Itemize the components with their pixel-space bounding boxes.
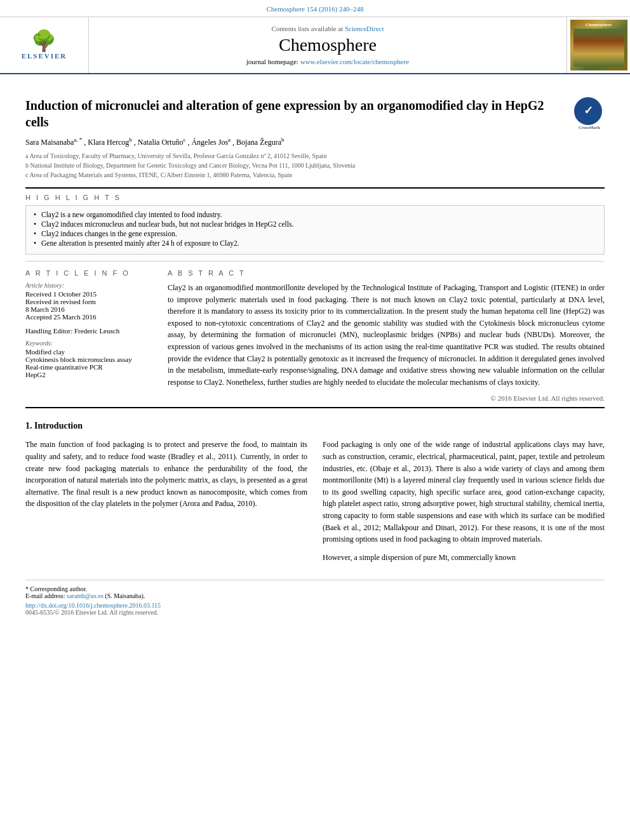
journal-homepage: journal homepage: www.elsevier.com/locat… [246, 58, 409, 65]
article-title-text: Induction of micronuclei and alteration … [25, 98, 544, 129]
highlights-section: H I G H L I G H T S Clay2 is a new organ… [25, 194, 605, 255]
homepage-link[interactable]: www.elsevier.com/locate/chemosphere [300, 58, 410, 65]
author5-sup: b [281, 137, 285, 143]
keywords-label: Keywords: [25, 340, 152, 347]
footnote-section: * Corresponding author. E-mail address: … [25, 580, 605, 616]
keyword-4: HepG2 [25, 371, 152, 378]
cover-journal-title: Chemosphere [586, 22, 612, 27]
keywords-section: Keywords: Modified clay Cytokinesis bloc… [25, 340, 152, 378]
homepage-label: journal homepage: [246, 58, 298, 65]
article-history-group: Article history: Received 1 October 2015… [25, 282, 152, 321]
divider-bottom [25, 407, 605, 408]
journal-cover-image: Chemosphere [570, 20, 627, 70]
affiliation-b: b National Institute of Biology, Departm… [25, 161, 605, 170]
intro-body-columns: The main function of food packaging is t… [25, 439, 605, 570]
keyword-1: Modified clay [25, 348, 152, 356]
article-info-col: A R T I C L E I N F O Article history: R… [25, 269, 152, 402]
keyword-2: Cytokinesis block micronucleus assay [25, 356, 152, 363]
highlights-title: H I G H L I G H T S [25, 194, 605, 201]
revised-label: Received in revised form [25, 298, 152, 305]
author1-name: Sara Maisanaba [25, 138, 74, 147]
intro-para3: However, a simple dispersion of pure Mt,… [323, 552, 605, 564]
divider-top [25, 187, 605, 189]
email-line: E-mail address: saramh@us.es (S. Maisana… [25, 592, 605, 599]
intro-heading: 1. Introduction [25, 421, 605, 431]
author1-sup: a, * [74, 137, 82, 143]
abstract-label: A B S T R A C T [168, 269, 605, 277]
issn-line: 0045-6535/© 2016 Elsevier Ltd. All right… [25, 609, 605, 616]
handling-editor: Handling Editor: Frederic Leusch [25, 327, 152, 335]
copyright-line: © 2016 Elsevier Ltd. All rights reserved… [168, 394, 605, 402]
journal-reference-bar: Chemosphere 154 (2016) 240–248 [0, 0, 630, 17]
author3-sup: c [183, 137, 185, 143]
elsevier-wordmark: ELSEVIER [22, 52, 67, 60]
doi-link[interactable]: http://dx.doi.org/10.1016/j.chemosphere.… [25, 602, 161, 609]
divider-highlights [25, 261, 605, 262]
abstract-col: A B S T R A C T Clay2 is an organomodifi… [168, 269, 605, 402]
intro-para2: Food packaging is only one of the wide r… [323, 439, 605, 545]
email-label: E-mail address: [25, 592, 65, 599]
highlight-item-4: Gene alteration is presented mainly afte… [34, 239, 596, 247]
author4-sup: a [228, 137, 231, 143]
highlight-item-2: Clay2 induces micronucleus and nuclear b… [34, 220, 596, 228]
article-info-abstract-row: A R T I C L E I N F O Article history: R… [25, 269, 605, 402]
author2-name: , Klara Hercog [84, 138, 129, 147]
main-content: Induction of micronuclei and alteration … [0, 74, 630, 629]
intro-section-title: Introduction [34, 421, 83, 430]
article-info-label: A R T I C L E I N F O [25, 269, 152, 277]
intro-left-col: The main function of food packaging is t… [25, 439, 307, 570]
journal-title: Chemosphere [279, 35, 377, 55]
author2-sup: b [129, 137, 132, 143]
author3-name: , Natalia Ortuño [134, 138, 184, 147]
author5-name: , Bojana Žegura [232, 138, 281, 147]
accepted-date: Accepted 25 March 2016 [25, 313, 152, 321]
keyword-3: Real-time quantitative PCR [25, 363, 152, 371]
highlight-item-1: Clay2 is a new organomodified clay inten… [34, 211, 596, 218]
crossmark-badge[interactable]: ✓ CrossMark [574, 97, 605, 128]
affiliations: a Area of Toxicology, Faculty of Pharmac… [25, 151, 605, 180]
article-title-container: Induction of micronuclei and alteration … [25, 97, 605, 130]
journal-cover-container: Chemosphere [566, 17, 630, 73]
intro-section-num: 1. [25, 421, 32, 430]
sciencedirect-link[interactable]: ScienceDirect [345, 25, 384, 32]
authors-line: Sara Maisanabaa, * , Klara Hercogb , Nat… [25, 137, 605, 147]
crossmark-label: CrossMark [574, 125, 605, 131]
highlights-box: Clay2 is a new organomodified clay inten… [25, 205, 605, 255]
revised-date: 8 March 2016 [25, 305, 152, 313]
cover-image [573, 29, 624, 67]
introduction-section: 1. Introduction The main function of foo… [25, 421, 605, 570]
affiliation-a: a Area of Toxicology, Faculty of Pharmac… [25, 151, 605, 161]
email-suffix: (S. Maisanaba). [105, 592, 145, 599]
doi-line[interactable]: http://dx.doi.org/10.1016/j.chemosphere.… [25, 602, 605, 609]
affiliation-c: c Area of Packaging Materials and System… [25, 170, 605, 180]
intro-right-col: Food packaging is only one of the wide r… [323, 439, 605, 570]
abstract-text: Clay2 is an organomodified montmorilloni… [168, 282, 605, 388]
journal-info-center: Contents lists available at ScienceDirec… [89, 17, 566, 73]
crossmark-icon: ✓ [574, 97, 602, 125]
author4-name: , Ángeles Jos [187, 138, 228, 147]
journal-reference-link[interactable]: Chemosphere 154 (2016) 240–248 [266, 5, 363, 13]
highlight-item-3: Clay2 induces changes in the gene expres… [34, 230, 596, 237]
elsevier-tree-icon: 🌳 [22, 30, 67, 51]
email-address[interactable]: saramh@us.es [67, 592, 104, 599]
received-date: Received 1 October 2015 [25, 290, 152, 298]
intro-para1: The main function of food packaging is t… [25, 439, 307, 510]
history-label: Article history: [25, 282, 152, 289]
corresponding-author: * Corresponding author. [25, 585, 605, 592]
sciencedirect-prefix: Contents lists available at [271, 25, 343, 32]
elsevier-logo-container: 🌳 ELSEVIER [0, 17, 89, 73]
sciencedirect-text: Contents lists available at ScienceDirec… [271, 25, 384, 32]
journal-header: 🌳 ELSEVIER Contents lists available at S… [0, 17, 630, 74]
